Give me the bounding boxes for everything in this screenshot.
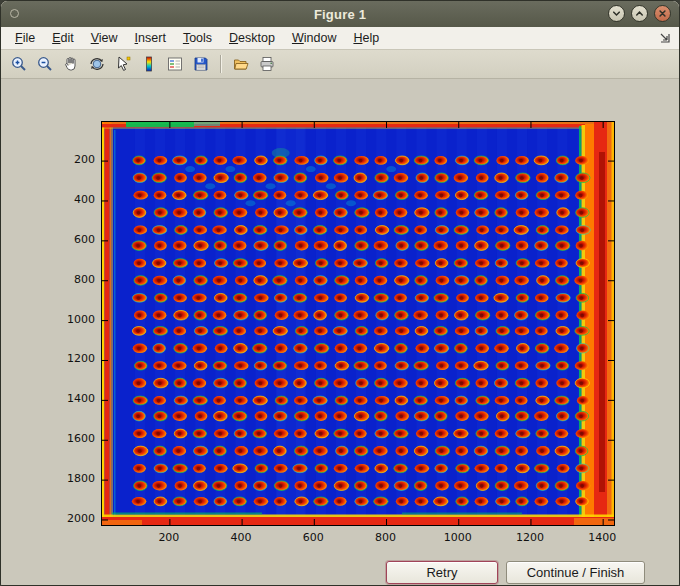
- y-tick-label: 800: [55, 273, 95, 286]
- menu-item-insert[interactable]: Insert: [135, 31, 166, 45]
- menu-item-help[interactable]: Help: [353, 31, 379, 45]
- dock-arrow-icon[interactable]: [658, 31, 672, 45]
- x-tick-label: 200: [147, 531, 191, 544]
- data-cursor-icon[interactable]: [111, 52, 135, 76]
- print-icon[interactable]: [255, 52, 279, 76]
- plot-axes[interactable]: [101, 121, 615, 526]
- window-title: Figure 1: [1, 7, 679, 22]
- continue-finish-button[interactable]: Continue / Finish: [506, 561, 645, 584]
- window-controls: [608, 5, 671, 22]
- y-tick-label: 1600: [55, 432, 95, 445]
- menu-item-window[interactable]: Window: [292, 31, 336, 45]
- y-tick-label: 600: [55, 233, 95, 246]
- x-tick-label: 400: [219, 531, 263, 544]
- x-tick-label: 800: [364, 531, 408, 544]
- rotate-3d-icon[interactable]: [85, 52, 109, 76]
- y-tick-label: 1000: [55, 313, 95, 326]
- y-tick-label: 2000: [55, 512, 95, 525]
- menu-item-tools[interactable]: Tools: [183, 31, 212, 45]
- pan-hand-icon[interactable]: [59, 52, 83, 76]
- x-tick-label: 1400: [580, 531, 624, 544]
- menu-items: FileEditViewInsertToolsDesktopWindowHelp: [1, 31, 379, 45]
- retry-button[interactable]: Retry: [386, 561, 498, 584]
- shade-button[interactable]: [608, 5, 625, 22]
- x-tick-label: 1000: [436, 531, 480, 544]
- close-icon: [657, 8, 668, 19]
- menu-item-view[interactable]: View: [91, 31, 118, 45]
- x-tick-label: 600: [291, 531, 335, 544]
- y-tick-label: 1800: [55, 472, 95, 485]
- plot-image: [102, 122, 614, 525]
- zoom-out-icon[interactable]: [33, 52, 57, 76]
- menu-bar: FileEditViewInsertToolsDesktopWindowHelp: [1, 27, 679, 50]
- maximize-button[interactable]: [631, 5, 648, 22]
- menu-item-edit[interactable]: Edit: [52, 31, 74, 45]
- toolbar-separator: [220, 55, 222, 73]
- toolbar: [1, 50, 679, 79]
- close-button[interactable]: [654, 5, 671, 22]
- colorbar-icon[interactable]: [137, 52, 161, 76]
- chevron-down-icon: [611, 8, 622, 19]
- figure-window: Figure 1 FileEditViewInsertToolsDesktopW…: [0, 0, 680, 586]
- y-tick-label: 1400: [55, 392, 95, 405]
- save-icon[interactable]: [189, 52, 213, 76]
- open-folder-icon[interactable]: [229, 52, 253, 76]
- menu-item-file[interactable]: File: [15, 31, 35, 45]
- zoom-in-icon[interactable]: [7, 52, 31, 76]
- menu-item-desktop[interactable]: Desktop: [229, 31, 275, 45]
- x-tick-label: 1200: [508, 531, 552, 544]
- y-tick-label: 1200: [55, 352, 95, 365]
- figure-canvas: 200400600800100012001400160018002000 200…: [1, 79, 679, 586]
- legend-icon[interactable]: [163, 52, 187, 76]
- y-tick-label: 400: [55, 193, 95, 206]
- chevron-up-icon: [634, 8, 645, 19]
- title-bar[interactable]: Figure 1: [1, 1, 679, 27]
- y-tick-label: 200: [55, 153, 95, 166]
